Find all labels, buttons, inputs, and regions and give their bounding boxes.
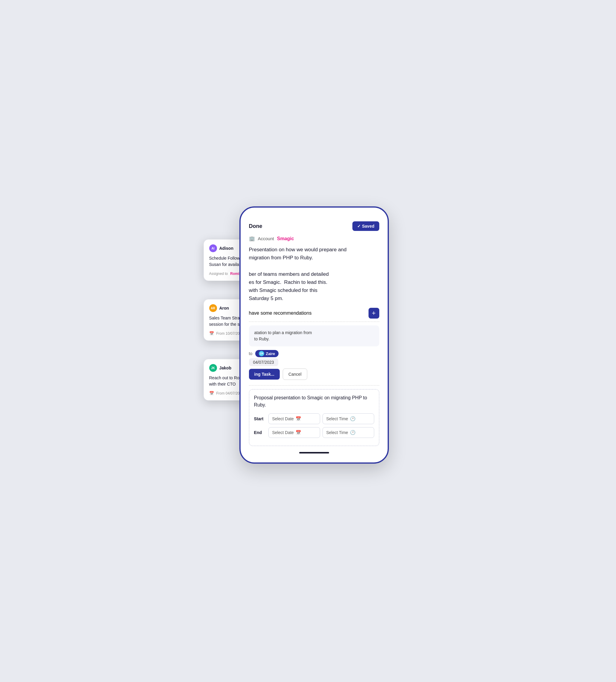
avatar: AR	[209, 304, 217, 312]
new-task-box: Proposal presentation to Smagic on migra…	[249, 389, 379, 446]
avatar: JK	[209, 364, 217, 372]
start-date-select[interactable]: Select Date 📅	[268, 413, 320, 424]
phone: Done ✓ Saved 🏢 Account Smagic Presentati…	[239, 206, 389, 464]
assigned-label: to	[249, 351, 253, 356]
clock-icon: 🕐	[350, 416, 356, 422]
end-time-label: Select Time	[326, 430, 348, 435]
end-datetime-row: End Select Date 📅 Select Time 🕐	[254, 427, 374, 438]
creating-task-button[interactable]: ing Task...	[249, 369, 280, 380]
add-button[interactable]: +	[369, 308, 379, 319]
recommendations-row: have some recommendations +	[241, 308, 388, 319]
card-user: AI Adison	[209, 244, 233, 252]
avatar: AI	[209, 244, 217, 252]
calendar-icon: 📅	[209, 331, 214, 336]
assigned-label: Assigned to	[209, 272, 228, 276]
description-text: Presentation on how we would prepare and…	[241, 246, 388, 302]
calendar-icon: 📅	[295, 430, 301, 435]
task-item: atation to plan a migration fromto Ruby.	[249, 325, 379, 346]
assigned-name: Romil	[230, 272, 240, 276]
start-datetime-row: Start Select Date 📅 Select Time 🕐	[254, 413, 374, 424]
account-label: Account	[258, 236, 274, 241]
card-user: JK Jakob	[209, 364, 231, 372]
end-date-label: Select Date	[272, 430, 294, 435]
end-time-select[interactable]: Select Time 🕐	[323, 427, 374, 438]
date-badge: 04/07/2023	[249, 358, 278, 366]
account-icon: 🏢	[249, 236, 255, 242]
clock-icon: 🕐	[350, 430, 356, 435]
calendar-icon: 📅	[295, 416, 301, 422]
end-date-select[interactable]: Select Date 📅	[268, 427, 320, 438]
start-date-label: Select Date	[272, 416, 294, 421]
recommendations-label: have some recommendations	[249, 311, 312, 316]
zaire-name: Zaire	[266, 351, 275, 356]
scene: AI Adison Tuesday, 10:07pm ••• Schedule …	[204, 206, 413, 476]
zaire-badge: ZR Zaire	[255, 350, 279, 357]
done-button[interactable]: Done	[249, 223, 262, 229]
user-name: Jakob	[219, 366, 231, 370]
user-name: Aron	[219, 306, 229, 311]
assigned-row: to ZR Zaire	[241, 350, 388, 357]
task-title: Proposal presentation to Smagic on migra…	[254, 394, 374, 409]
account-value: Smagic	[277, 236, 294, 242]
dotted-divider-2	[249, 385, 379, 386]
zaire-dot: ZR	[259, 351, 264, 356]
start-time-select[interactable]: Select Time 🕐	[323, 413, 374, 424]
cancel-button[interactable]: Cancel	[283, 368, 307, 380]
action-row: ing Task... Cancel	[241, 368, 388, 380]
home-indicator	[299, 452, 329, 453]
user-name: Adison	[219, 246, 233, 251]
account-row: 🏢 Account Smagic	[241, 236, 388, 246]
calendar-icon: 📅	[209, 391, 214, 395]
card-user: AR Aron	[209, 304, 229, 312]
end-label: End	[254, 430, 266, 435]
start-label: Start	[254, 416, 266, 421]
phone-header: Done ✓ Saved	[241, 217, 388, 236]
saved-button[interactable]: ✓ Saved	[352, 221, 379, 231]
start-time-label: Select Time	[326, 416, 348, 421]
